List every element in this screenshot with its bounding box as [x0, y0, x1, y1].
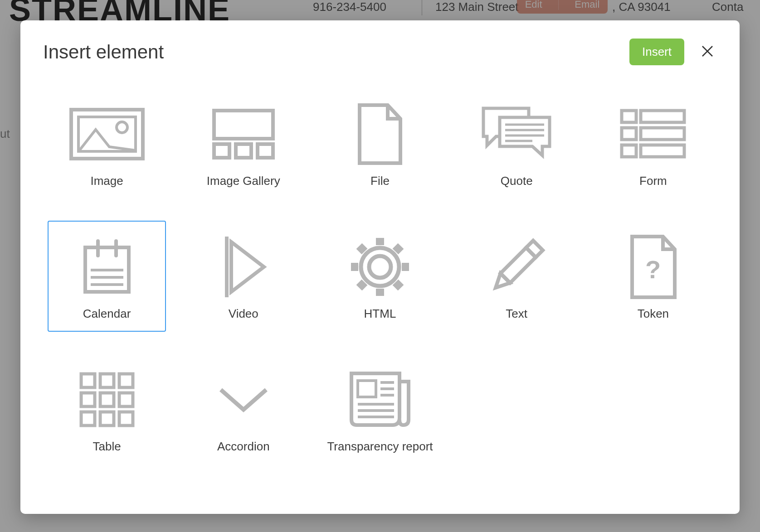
svg-point-4 — [117, 122, 127, 133]
modal-title: Insert element — [43, 41, 164, 63]
tile-accordion[interactable]: Accordion — [184, 353, 302, 464]
form-icon — [619, 98, 687, 170]
tile-label: Text — [506, 306, 527, 322]
tile-table[interactable]: Table — [48, 353, 166, 464]
tile-image[interactable]: Image — [48, 88, 166, 199]
svg-text:?: ? — [645, 255, 661, 284]
svg-marker-26 — [231, 242, 264, 292]
svg-rect-42 — [100, 374, 114, 387]
svg-rect-6 — [214, 144, 229, 158]
tile-label: Accordion — [217, 439, 270, 455]
calendar-icon — [80, 231, 134, 303]
tile-label: Video — [229, 306, 258, 322]
tile-transparency-report[interactable]: Transparency report — [321, 353, 439, 464]
tile-token[interactable]: ? Token — [594, 221, 712, 332]
gear-icon — [346, 231, 414, 303]
tile-quote[interactable]: Quote — [458, 88, 576, 199]
tile-video[interactable]: Video — [184, 221, 302, 332]
svg-rect-3 — [78, 117, 136, 151]
svg-rect-47 — [81, 412, 95, 426]
close-icon — [701, 44, 714, 58]
svg-rect-15 — [622, 128, 636, 140]
quote-icon — [478, 98, 555, 170]
svg-rect-7 — [236, 144, 251, 158]
svg-rect-41 — [81, 374, 95, 387]
tile-calendar[interactable]: Calendar — [48, 221, 166, 332]
insert-element-modal: Insert element Insert Image — [20, 20, 740, 514]
svg-rect-14 — [641, 111, 684, 122]
svg-line-33 — [395, 246, 401, 251]
svg-rect-18 — [641, 145, 684, 157]
svg-point-27 — [369, 256, 391, 278]
svg-line-36 — [359, 246, 365, 251]
pencil-icon — [482, 231, 551, 303]
tile-file[interactable]: File — [321, 88, 439, 199]
svg-rect-17 — [622, 145, 636, 157]
svg-rect-16 — [641, 128, 684, 140]
tile-label: Image — [90, 173, 123, 189]
tile-text[interactable]: Text — [458, 221, 576, 332]
tile-label: Form — [639, 173, 667, 189]
tile-label: HTML — [364, 306, 396, 322]
tile-label: Transparency report — [327, 439, 433, 455]
video-icon — [219, 231, 268, 303]
svg-line-34 — [359, 282, 365, 288]
tile-label: Calendar — [83, 306, 131, 322]
tile-image-gallery[interactable]: Image Gallery — [184, 88, 302, 199]
insert-button[interactable]: Insert — [629, 39, 684, 65]
tile-label: Image Gallery — [207, 173, 280, 189]
element-grid: Image Image Gallery File — [43, 88, 717, 464]
image-icon — [68, 98, 146, 170]
svg-rect-8 — [258, 144, 273, 158]
svg-marker-39 — [491, 273, 510, 292]
token-icon: ? — [626, 231, 680, 303]
chevron-down-icon — [214, 363, 273, 436]
close-button[interactable] — [698, 42, 717, 62]
svg-rect-49 — [119, 412, 133, 426]
tile-form[interactable]: Form — [594, 88, 712, 199]
tile-html[interactable]: HTML — [321, 221, 439, 332]
table-icon — [78, 363, 136, 436]
svg-rect-44 — [81, 393, 95, 406]
tile-label: Quote — [501, 173, 533, 189]
svg-rect-5 — [214, 111, 273, 139]
tile-label: Table — [93, 439, 121, 455]
modal-header-actions: Insert — [629, 39, 717, 65]
svg-rect-13 — [622, 111, 636, 122]
tile-label: File — [370, 173, 390, 189]
svg-rect-43 — [119, 374, 133, 387]
svg-rect-45 — [100, 393, 114, 406]
svg-rect-46 — [119, 393, 133, 406]
svg-line-35 — [395, 282, 401, 288]
newspaper-icon — [346, 363, 414, 436]
svg-point-28 — [361, 248, 399, 286]
image-gallery-icon — [209, 98, 278, 170]
svg-rect-48 — [100, 412, 114, 426]
file-icon — [355, 98, 405, 170]
svg-rect-50 — [358, 381, 376, 397]
modal-header: Insert element Insert — [43, 39, 717, 65]
tile-label: Token — [638, 306, 669, 322]
